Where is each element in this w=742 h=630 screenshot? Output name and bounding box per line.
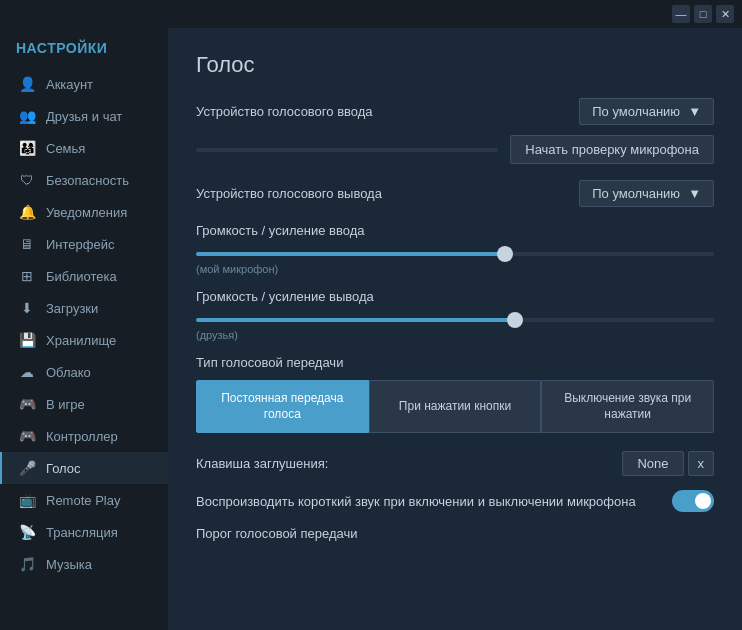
page-title: Голос bbox=[196, 52, 714, 78]
mute-key-clear-button[interactable]: x bbox=[688, 451, 715, 476]
mute-key-row: Клавиша заглушения: None x bbox=[196, 451, 714, 476]
security-icon: 🛡 bbox=[18, 171, 36, 189]
sidebar-item-interface[interactable]: 🖥 Интерфейс bbox=[0, 228, 168, 260]
sidebar-item-label: В игре bbox=[46, 397, 85, 412]
storage-icon: 💾 bbox=[18, 331, 36, 349]
chevron-down-icon: ▼ bbox=[688, 186, 701, 201]
sidebar-item-label: Музыка bbox=[46, 557, 92, 572]
sidebar-item-security[interactable]: 🛡 Безопасность bbox=[0, 164, 168, 196]
sidebar-item-account[interactable]: 👤 Аккаунт bbox=[0, 68, 168, 100]
input-device-row: Устройство голосового ввода По умолчанию… bbox=[196, 98, 714, 125]
mute-key-value-button[interactable]: None bbox=[622, 451, 683, 476]
sidebar-item-label: Remote Play bbox=[46, 493, 120, 508]
voice-type-label: Тип голосовой передачи bbox=[196, 355, 714, 370]
sidebar-item-label: Голос bbox=[46, 461, 81, 476]
sidebar-item-ingame[interactable]: 🎮 В игре bbox=[0, 388, 168, 420]
toggle-sound-label: Воспроизводить короткий звук при включен… bbox=[196, 494, 672, 509]
notifications-icon: 🔔 bbox=[18, 203, 36, 221]
voice-type-section: Тип голосовой передачи Постоянная переда… bbox=[196, 355, 714, 433]
mute-key-label: Клавиша заглушения: bbox=[196, 456, 328, 471]
output-volume-slider[interactable] bbox=[196, 318, 714, 322]
family-icon: 👨‍👩‍👧 bbox=[18, 139, 36, 157]
chevron-down-icon: ▼ bbox=[688, 104, 701, 119]
input-volume-label: Громкость / усиление ввода bbox=[196, 223, 714, 238]
maximize-button[interactable]: □ bbox=[694, 5, 712, 23]
input-volume-sublabel: (мой микрофон) bbox=[196, 263, 714, 275]
content-area: Голос Устройство голосового ввода По умо… bbox=[168, 28, 742, 630]
controller-icon: 🎮 bbox=[18, 427, 36, 445]
sidebar-item-music[interactable]: 🎵 Музыка bbox=[0, 548, 168, 580]
sidebar-item-label: Контроллер bbox=[46, 429, 118, 444]
output-device-label: Устройство голосового вывода bbox=[196, 186, 382, 201]
input-volume-slider-wrap bbox=[196, 244, 714, 259]
toggle-sound-row: Воспроизводить короткий звук при включен… bbox=[196, 490, 714, 512]
sidebar-item-label: Облако bbox=[46, 365, 91, 380]
friends-icon: 👥 bbox=[18, 107, 36, 125]
sidebar-item-label: Библиотека bbox=[46, 269, 117, 284]
input-device-dropdown[interactable]: По умолчанию ▼ bbox=[579, 98, 714, 125]
toggle-sound-switch[interactable] bbox=[672, 490, 714, 512]
output-volume-slider-wrap bbox=[196, 310, 714, 325]
sidebar: НАСТРОЙКИ 👤 Аккаунт 👥 Друзья и чат 👨‍👩‍👧… bbox=[0, 28, 168, 630]
voice-type-continuous[interactable]: Постоянная передача голоса bbox=[196, 380, 369, 433]
sidebar-item-remoteplay[interactable]: 📺 Remote Play bbox=[0, 484, 168, 516]
check-mic-button[interactable]: Начать проверку микрофона bbox=[510, 135, 714, 164]
close-button[interactable]: ✕ bbox=[716, 5, 734, 23]
sidebar-item-label: Хранилище bbox=[46, 333, 116, 348]
sidebar-item-controller[interactable]: 🎮 Контроллер bbox=[0, 420, 168, 452]
main-layout: НАСТРОЙКИ 👤 Аккаунт 👥 Друзья и чат 👨‍👩‍👧… bbox=[0, 28, 742, 630]
sidebar-item-label: Трансляция bbox=[46, 525, 118, 540]
output-volume-sublabel: (друзья) bbox=[196, 329, 714, 341]
output-device-row: Устройство голосового вывода По умолчани… bbox=[196, 180, 714, 207]
input-volume-section: Громкость / усиление ввода (мой микрофон… bbox=[196, 223, 714, 275]
mic-test-row: Начать проверку микрофона bbox=[196, 135, 714, 164]
sidebar-item-label: Семья bbox=[46, 141, 85, 156]
output-volume-label: Громкость / усиление вывода bbox=[196, 289, 714, 304]
sidebar-item-storage[interactable]: 💾 Хранилище bbox=[0, 324, 168, 356]
sidebar-item-label: Загрузки bbox=[46, 301, 98, 316]
sidebar-item-label: Интерфейс bbox=[46, 237, 114, 252]
remoteplay-icon: 📺 bbox=[18, 491, 36, 509]
interface-icon: 🖥 bbox=[18, 235, 36, 253]
threshold-label: Порог голосовой передачи bbox=[196, 526, 714, 541]
sidebar-item-notifications[interactable]: 🔔 Уведомления bbox=[0, 196, 168, 228]
sidebar-item-library[interactable]: ⊞ Библиотека bbox=[0, 260, 168, 292]
voice-type-push[interactable]: При нажатии кнопки bbox=[369, 380, 542, 433]
sidebar-item-label: Уведомления bbox=[46, 205, 127, 220]
input-volume-slider[interactable] bbox=[196, 252, 714, 256]
ingame-icon: 🎮 bbox=[18, 395, 36, 413]
sidebar-item-friends[interactable]: 👥 Друзья и чат bbox=[0, 100, 168, 132]
broadcast-icon: 📡 bbox=[18, 523, 36, 541]
downloads-icon: ⬇ bbox=[18, 299, 36, 317]
music-icon: 🎵 bbox=[18, 555, 36, 573]
output-device-dropdown[interactable]: По умолчанию ▼ bbox=[579, 180, 714, 207]
voice-type-mute[interactable]: Выключение звука при нажатии bbox=[541, 380, 714, 433]
input-device-label: Устройство голосового ввода bbox=[196, 104, 373, 119]
voice-type-buttons: Постоянная передача голоса При нажатии к… bbox=[196, 380, 714, 433]
sidebar-item-label: Безопасность bbox=[46, 173, 129, 188]
output-device-value: По умолчанию bbox=[592, 186, 680, 201]
sidebar-item-cloud[interactable]: ☁ Облако bbox=[0, 356, 168, 388]
sidebar-item-broadcast[interactable]: 📡 Трансляция bbox=[0, 516, 168, 548]
sidebar-item-family[interactable]: 👨‍👩‍👧 Семья bbox=[0, 132, 168, 164]
sidebar-item-downloads[interactable]: ⬇ Загрузки bbox=[0, 292, 168, 324]
voice-icon: 🎤 bbox=[18, 459, 36, 477]
cloud-icon: ☁ bbox=[18, 363, 36, 381]
titlebar: — □ ✕ bbox=[0, 0, 742, 28]
sidebar-title: НАСТРОЙКИ bbox=[0, 40, 168, 68]
mute-key-buttons: None x bbox=[622, 451, 714, 476]
input-device-value: По умолчанию bbox=[592, 104, 680, 119]
sidebar-item-label: Аккаунт bbox=[46, 77, 93, 92]
sidebar-item-label: Друзья и чат bbox=[46, 109, 122, 124]
settings-window: — □ ✕ НАСТРОЙКИ 👤 Аккаунт 👥 Друзья и чат… bbox=[0, 0, 742, 630]
library-icon: ⊞ bbox=[18, 267, 36, 285]
output-volume-section: Громкость / усиление вывода (друзья) bbox=[196, 289, 714, 341]
mic-progress-bar bbox=[196, 148, 498, 152]
minimize-button[interactable]: — bbox=[672, 5, 690, 23]
sidebar-item-voice[interactable]: 🎤 Голос bbox=[0, 452, 168, 484]
account-icon: 👤 bbox=[18, 75, 36, 93]
